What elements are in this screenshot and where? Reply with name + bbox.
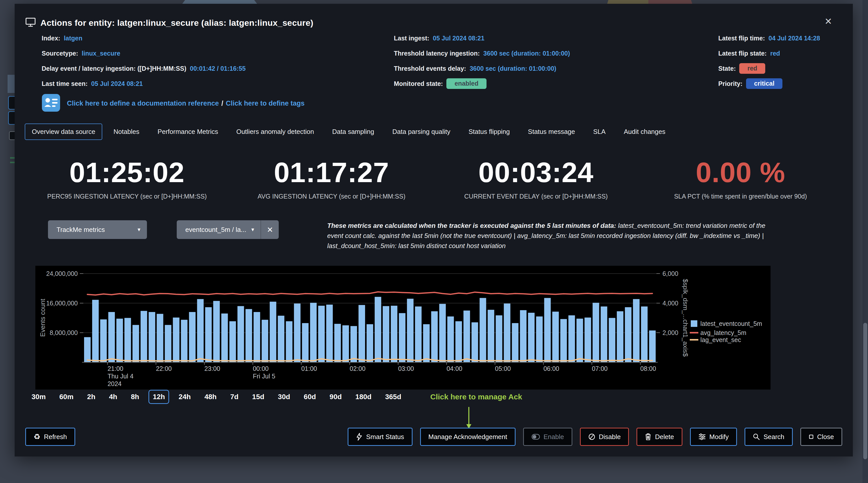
tab-sla[interactable]: SLA: [586, 123, 613, 140]
tab-status-flipping[interactable]: Status flipping: [462, 123, 517, 140]
metric-value: 01:25:02: [25, 158, 229, 187]
svg-text:16,000,000: 16,000,000: [46, 300, 78, 307]
time-range-48h[interactable]: 48h: [200, 390, 221, 404]
info-label: Sourcetype:: [42, 50, 78, 57]
close-icon[interactable]: ✕: [825, 17, 832, 26]
button-label: Disable: [599, 433, 621, 441]
svg-text:04:00: 04:00: [446, 365, 463, 372]
svg-text:6,000: 6,000: [662, 270, 678, 277]
modal-title: Actions for entity: latgen:linux_secure …: [40, 18, 313, 28]
enable-button[interactable]: Enable: [523, 428, 572, 446]
svg-text:latest_eventcount_5m: latest_eventcount_5m: [700, 320, 762, 327]
svg-text:22:00: 22:00: [156, 365, 172, 372]
tab-performance-metrics[interactable]: Performance Metrics: [151, 123, 225, 140]
time-range-60d[interactable]: 60d: [300, 390, 320, 404]
define-tags-link[interactable]: Click here to define tags: [226, 99, 305, 107]
info-value: 05 Jul 2024 08:21: [433, 35, 484, 42]
metric-block: 00:03:24CURRENT EVENT DELAY (sec or [D+]…: [434, 158, 638, 200]
background-text-fragment: [10, 162, 14, 163]
info-row: Threshold events delay:3600 sec (duratio…: [394, 61, 570, 76]
time-range-4h[interactable]: 4h: [105, 390, 122, 404]
info-row: Threshold latency ingestion:3600 sec (du…: [394, 46, 570, 61]
info-label: Threshold latency ingestion:: [394, 50, 480, 57]
tab-overview-data-source[interactable]: Overview data source: [25, 123, 102, 140]
button-label: Smart Status: [366, 433, 404, 441]
info-column-left: Index:latgenSourcetype:linux_secureDelay…: [42, 31, 246, 91]
time-range-24h[interactable]: 24h: [174, 390, 195, 404]
manage-ack-link[interactable]: Click here to manage Ack: [430, 393, 522, 401]
svg-text:Events count: Events count: [39, 299, 46, 337]
metric-block: 01:17:27AVG INGESTION LATENCY (sec or [D…: [229, 158, 434, 200]
svg-text:8,000,000: 8,000,000: [50, 329, 78, 336]
svg-text:2024: 2024: [107, 380, 122, 387]
modify-button[interactable]: Modify: [690, 428, 737, 446]
search-button[interactable]: Search: [745, 428, 793, 446]
status-badge: enabled: [446, 78, 486, 89]
metric-source-value: TrackMe metrics: [48, 226, 105, 234]
time-range-12h[interactable]: 12h: [149, 390, 169, 404]
metrics-row: 01:25:02PERC95 INGESTION LATENCY (sec or…: [25, 158, 843, 200]
refresh-button[interactable]: ♻Refresh: [25, 428, 75, 446]
button-label: Delete: [655, 433, 674, 441]
modal-header: Actions for entity: latgen:linux_secure …: [25, 16, 313, 30]
metric-block: 01:25:02PERC95 INGESTION LATENCY (sec or…: [25, 158, 229, 200]
svg-text:lag_event_sec: lag_event_sec: [700, 336, 741, 343]
info-row: Priority:critical: [718, 76, 820, 91]
tab-status-message[interactable]: Status message: [521, 123, 582, 140]
svg-text:4,000: 4,000: [662, 300, 678, 307]
tab-outliers-anomaly-detection[interactable]: Outliers anomaly detection: [229, 123, 321, 140]
time-range-8h[interactable]: 8h: [126, 390, 144, 404]
smart-status-button[interactable]: Smart Status: [348, 428, 412, 446]
info-label: State:: [718, 65, 736, 72]
info-label: Latest flip time:: [718, 35, 765, 42]
close-button[interactable]: Close: [800, 428, 842, 446]
page-scrollbar-thumb[interactable]: [863, 323, 867, 459]
time-range-180d[interactable]: 180d: [351, 390, 376, 404]
note-bold: These metrics are calculated when the tr…: [327, 222, 616, 230]
background-button-fragment: [8, 96, 16, 110]
time-range-365d[interactable]: 365d: [381, 390, 405, 404]
svg-text:06:00: 06:00: [543, 365, 559, 372]
metric-field-dropdown[interactable]: eventcount_5m / la... ▾ ✕: [177, 220, 279, 239]
time-range-7d[interactable]: 7d: [226, 390, 243, 404]
define-documentation-link[interactable]: Click here to define a documentation ref…: [67, 99, 219, 107]
chevron-down-icon: ▾: [246, 227, 260, 233]
metric-source-dropdown[interactable]: TrackMe metrics ▾: [48, 220, 147, 239]
time-range-2h[interactable]: 2h: [83, 390, 100, 404]
manage-acknowledgement-button[interactable]: Manage Acknowledgement: [420, 428, 516, 446]
background-button-fragment: [8, 111, 16, 125]
delete-button[interactable]: Delete: [637, 428, 682, 446]
time-range-15d[interactable]: 15d: [248, 390, 269, 404]
svg-text:Fri Jul 5: Fri Jul 5: [253, 372, 275, 380]
info-row: Index:latgen: [42, 31, 246, 46]
info-column-middle: Last ingest:05 Jul 2024 08:21Threshold l…: [394, 31, 570, 91]
info-label: Delay event / latency ingestion: ([D+]HH…: [42, 65, 186, 72]
tab-audit-changes[interactable]: Audit changes: [617, 123, 673, 140]
metric-caption: PERC95 INGESTION LATENCY (sec or [D+]HH:…: [25, 193, 229, 200]
tab-bar: Overview data sourceNotablesPerformance …: [25, 123, 672, 140]
disable-button[interactable]: Disable: [580, 428, 629, 446]
definition-links-row: Click here to define a documentation ref…: [42, 94, 305, 113]
square-icon: [809, 434, 814, 439]
info-value: 00:01:42 / 01:16:55: [190, 65, 246, 72]
svg-text:00:00: 00:00: [253, 365, 269, 372]
tab-notables[interactable]: Notables: [106, 123, 147, 140]
clear-selection-icon[interactable]: ✕: [261, 225, 279, 234]
tab-data-sampling[interactable]: Data sampling: [325, 123, 381, 140]
tab-data-parsing-quality[interactable]: Data parsing quality: [385, 123, 458, 140]
time-range-30d[interactable]: 30d: [274, 390, 294, 404]
metric-caption: SLA PCT (% time spent in green/blue over…: [638, 193, 843, 200]
magnifier-icon: [753, 433, 760, 440]
info-row: Latest flip time:04 Jul 2024 14:28: [718, 31, 820, 46]
info-value: 3600 sec (duration: 01:00:00): [483, 50, 570, 57]
info-column-right: Latest flip time:04 Jul 2024 14:28Latest…: [718, 31, 820, 91]
time-range-60m[interactable]: 60m: [55, 390, 78, 404]
page-scrollbar-track[interactable]: [863, 0, 868, 483]
svg-text:05:00: 05:00: [495, 365, 511, 372]
info-label: Priority:: [718, 80, 743, 87]
time-range-90d[interactable]: 90d: [325, 390, 346, 404]
metric-value: 00:03:24: [434, 158, 638, 187]
metric-block: 0.00 %SLA PCT (% time spent in green/blu…: [638, 158, 843, 200]
button-label: Enable: [544, 433, 564, 441]
time-range-30m[interactable]: 30m: [27, 390, 50, 404]
